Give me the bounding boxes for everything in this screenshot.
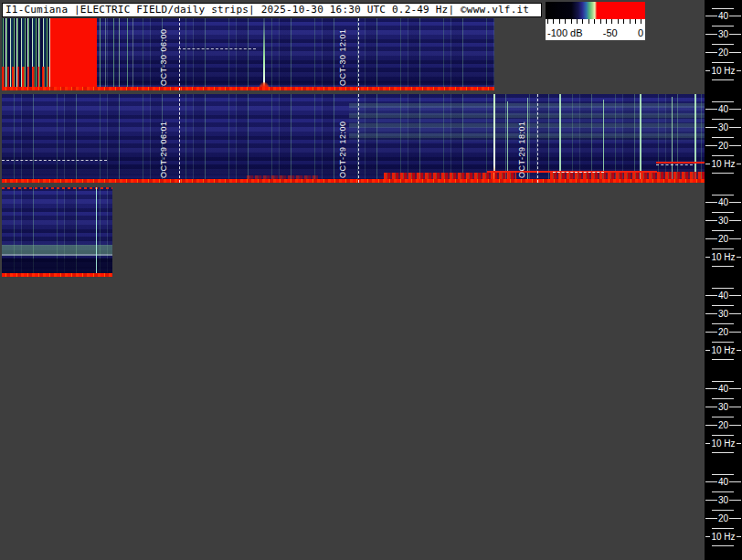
green-spike: [672, 97, 673, 183]
time-label: OCT-30 06:00: [159, 28, 168, 86]
freq-tick: [712, 8, 734, 9]
legend-min-label: -100 dB: [547, 26, 583, 40]
freq-tick: [712, 155, 734, 156]
strip-bottom-red-edge: [2, 179, 705, 183]
freq-tick-label: 30: [705, 309, 741, 319]
saturated-red-block: [50, 18, 97, 90]
freq-axis-block: 40302010 Hz: [705, 187, 742, 276]
freq-tick: [712, 359, 734, 360]
green-spike: [694, 94, 696, 183]
legend-mid-label: -50: [603, 26, 618, 40]
freq-tick: [712, 342, 734, 343]
freq-tick: [712, 305, 734, 306]
freq-tick: [712, 119, 734, 120]
freq-tick-label: 40: [705, 11, 741, 21]
freq-tick: [712, 266, 734, 267]
freq-axis-block: 40302010 Hz: [705, 467, 742, 555]
freq-tick-label: 30: [705, 122, 741, 132]
color-scale-values: -100 dB -50 0: [546, 26, 645, 40]
freq-tick: [712, 417, 734, 417]
green-spike: [640, 94, 641, 183]
cyan-spike: [96, 187, 97, 277]
title-bar: I1-Cumiana |ELECTRIC FIELD/daily strips|…: [2, 3, 542, 17]
time-label: OCT-29 06:01: [159, 121, 168, 178]
white-dashed-marker: [553, 172, 604, 173]
legend-max-label: 0: [638, 26, 643, 40]
spectrogram-strip-oct28[interactable]: [2, 187, 112, 277]
freq-tick: [712, 545, 734, 546]
freq-tick-label: 20: [705, 420, 741, 430]
freq-tick: [712, 173, 734, 174]
time-gridline: [358, 94, 359, 183]
green-streak-zone: [97, 18, 135, 90]
freq-axis-block: 40302010 Hz: [705, 374, 742, 462]
green-spike: [559, 94, 561, 183]
freq-tick-label: 40: [705, 384, 741, 394]
freq-tick: [712, 381, 734, 382]
freq-tick: [712, 528, 734, 529]
freq-axis-block: 40302010 Hz: [705, 94, 742, 183]
freq-tick: [712, 474, 734, 475]
freq-tick: [712, 26, 734, 26]
time-gridline: [537, 94, 538, 183]
spectrogram-strip-oct30[interactable]: OCT-30 06:00OCT-30 12:01: [2, 18, 494, 90]
green-spike: [263, 18, 265, 90]
strip-bottom-red-edge: [2, 87, 494, 90]
color-scale-ruler: [546, 19, 645, 26]
freq-tick: [712, 212, 734, 213]
spectrogram-strip-oct29[interactable]: OCT-29 06:01OCT-29 12:00OCT-29 18:01: [2, 94, 705, 183]
freq-tick: [712, 398, 734, 399]
time-label: OCT-29 18:01: [517, 121, 526, 178]
strip-bottom-red-edge: [2, 273, 112, 277]
freq-tick-label: 20: [705, 141, 741, 151]
freq-tick: [712, 248, 734, 249]
time-gridline: [179, 94, 180, 183]
freq-axis-block: 40302010 Hz: [705, 1, 742, 90]
time-label: OCT-29 12:00: [338, 121, 347, 178]
freq-tick-label: 30: [705, 29, 741, 39]
freq-tick-label: 20: [705, 327, 741, 337]
freq-tick-label: 20: [705, 48, 741, 58]
frequency-axis-column: 40302010 Hz40302010 Hz40302010 Hz4030201…: [705, 0, 742, 560]
white-dashed-marker: [656, 164, 693, 165]
freq-tick-label: 10 Hz: [705, 66, 741, 76]
vlf-daily-strips-page: OCT-30 06:00OCT-30 12:01 OCT-29 06:01OCT…: [0, 0, 742, 560]
freq-tick: [712, 195, 734, 195]
freq-tick-label: 10 Hz: [705, 345, 741, 355]
freq-tick: [712, 288, 734, 289]
freq-tick-label: 20: [705, 234, 741, 244]
freq-tick: [712, 44, 734, 45]
freq-tick: [712, 323, 734, 324]
freq-tick: [712, 230, 734, 231]
freq-tick: [712, 137, 734, 138]
freq-tick-label: 20: [705, 513, 741, 523]
freq-tick: [712, 62, 734, 63]
freq-tick-label: 40: [705, 104, 741, 114]
freq-tick-label: 30: [705, 216, 741, 226]
freq-tick-label: 30: [705, 495, 741, 505]
time-gridline: [358, 18, 359, 90]
freq-axis-block: 40302010 Hz: [705, 280, 742, 369]
freq-tick: [712, 510, 734, 511]
freq-tick: [712, 101, 734, 102]
freq-tick-label: 10 Hz: [705, 438, 741, 449]
freq-tick: [712, 79, 734, 80]
freq-tick: [712, 435, 734, 436]
color-gradient-bar: [546, 2, 645, 19]
white-dashed-marker: [178, 48, 256, 49]
freq-tick-label: 40: [705, 291, 741, 301]
white-dashed-marker-left: [2, 160, 107, 161]
freq-tick: [712, 452, 734, 453]
red-marker-line-raised: [656, 162, 705, 164]
green-spike: [493, 94, 495, 183]
freq-tick-label: 10 Hz: [705, 159, 741, 169]
freq-tick-label: 40: [705, 477, 741, 487]
freq-tick-label: 40: [705, 197, 741, 207]
freq-tick-label: 10 Hz: [705, 252, 741, 262]
time-label: OCT-30 12:01: [338, 28, 347, 86]
time-gridline: [179, 18, 180, 90]
freq-tick-label: 10 Hz: [705, 532, 741, 542]
freq-tick-label: 30: [705, 402, 741, 412]
color-scale-legend: -100 dB -50 0: [546, 2, 645, 40]
freq-tick: [712, 491, 734, 492]
